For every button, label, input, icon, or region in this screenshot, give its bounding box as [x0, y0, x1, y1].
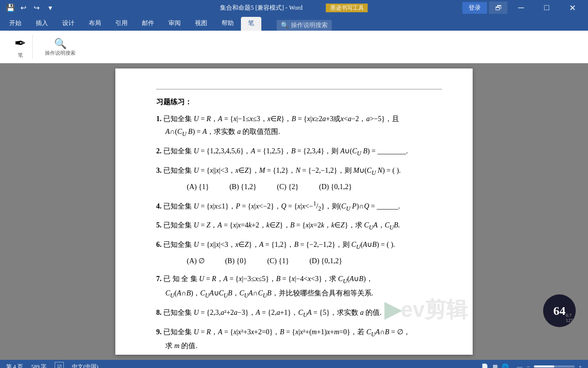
tab-shengyue[interactable]: 审阅 [161, 17, 188, 31]
print-layout-icon[interactable]: ▦ [493, 363, 498, 369]
save-button[interactable]: 💾 [4, 2, 16, 14]
quick-access-toolbar: 💾 ↩ ↪ ▾ [4, 2, 56, 14]
language: 中文(中国) [72, 363, 98, 369]
section-title: 习题练习： [156, 96, 442, 108]
read-view-icon[interactable]: 📄 [481, 363, 488, 369]
status-right: 📄 ▦ 🌐 — − + [481, 363, 582, 369]
tab-buju[interactable]: 布局 [82, 17, 108, 31]
tab-bi[interactable]: 笔 [241, 17, 261, 31]
ribbon-ink-tools: ✒ 笔 🔍 操作说明搜索 [8, 35, 82, 59]
spelling-icon[interactable]: ☑ [55, 362, 64, 368]
problem-1: 1. 已知全集 U = R，A = {x|−1≤x≤3，x∈R}，B = {x|… [156, 112, 442, 140]
search-box[interactable]: 🔍 操作说明搜索 [277, 20, 332, 31]
page-top-border [156, 89, 442, 89]
float-overlay: 64 0.7127 [543, 294, 576, 327]
login-button[interactable]: 登录 [462, 2, 487, 14]
problem-3: 3. 已知全集 U = {x||x|<3，x∈Z}，M = {1,2}，N = … [156, 164, 442, 193]
word-count: 589 字 [31, 363, 46, 369]
zoom-in-btn[interactable]: + [579, 363, 582, 368]
problem-2: 2. 已知全集 U = {1,2,3,4,5,6}，A = {1,2,5}，B … [156, 145, 442, 159]
ribbon-tab-bar: 开始 插入 设计 布局 引用 邮件 审阅 视图 帮助 笔 🔍 操作说明搜索 [0, 15, 588, 31]
title-bar-controls: 登录 🗗 ─ □ ✕ [462, 0, 584, 15]
title-bar-left: 💾 ↩ ↪ ▾ [4, 2, 56, 14]
undo-button[interactable]: ↩ [17, 2, 30, 14]
page-count: 第 4 页 [6, 363, 23, 369]
float-number: 64 [553, 305, 566, 317]
zoom-separator: — [517, 363, 523, 368]
ribbon-group-search: 🔍 操作说明搜索 [39, 37, 82, 57]
tab-bangzhu[interactable]: 帮助 [214, 17, 241, 31]
float-sub: 0.7127 [566, 313, 573, 323]
problem-10: 10. 已知全集 U = {x|x是小于20的质数}，B∩CUA = {2,3}… [156, 358, 442, 360]
tab-kaishi[interactable]: 开始 [2, 17, 29, 31]
problem-6: 6. 已知全集 U = {x||x|<3，x∈Z}，A = {1,2}，B = … [156, 238, 442, 267]
problem-4: 4. 已知全集 U = {x|x≤1}，P = {x|x<−2}，Q = {x|… [156, 198, 442, 214]
minimize-button[interactable]: ─ [509, 0, 533, 15]
document-page: 习题练习： 1. 已知全集 U = R，A = {x|−1≤x≤3，x∈R}，B… [115, 68, 473, 355]
search-ribbon-label: 操作说明搜索 [45, 50, 76, 57]
float-circle: 64 0.7127 [543, 294, 576, 327]
document-container[interactable]: 习题练习： 1. 已知全集 U = R，A = {x|−1≤x≤3，x∈R}，B… [0, 63, 588, 360]
zoom-out-btn[interactable]: − [527, 363, 530, 368]
pen-label: 笔 [18, 52, 23, 59]
web-layout-icon[interactable]: 🌐 [502, 363, 509, 369]
title-bar-center: 集合和命题5 [兼容模式] - Word 墨迹书写工具 [220, 4, 368, 12]
tab-charu[interactable]: 插入 [29, 17, 55, 31]
title-bar: 💾 ↩ ↪ ▾ 集合和命题5 [兼容模式] - Word 墨迹书写工具 登录 🗗… [0, 0, 588, 15]
problem-9: 9. 已知全集 U = R，A = {x|x²+3x+2=0}，B = {x|x… [156, 326, 442, 353]
ink-tools-label: 墨迹书写工具 [326, 4, 368, 12]
tab-yinyong[interactable]: 引用 [108, 17, 135, 31]
problem-5: 5. 已知全集 U = Z，A = {x|x=4k+2，k∈Z}，B = {x|… [156, 219, 442, 233]
zoom-fill [534, 365, 554, 367]
quick-access-dropdown[interactable]: ▾ [44, 2, 56, 14]
tab-sheji[interactable]: 设计 [55, 17, 82, 31]
maximize-button[interactable]: □ [535, 0, 558, 15]
pen-icon: ✒ [14, 35, 26, 52]
search-label: 操作说明搜索 [291, 21, 328, 30]
search-ribbon-icon: 🔍 [54, 37, 67, 50]
tab-youjian[interactable]: 邮件 [135, 17, 161, 31]
redo-button[interactable]: ↪ [31, 2, 43, 14]
document-title: 集合和命题5 [兼容模式] - Word [220, 4, 302, 12]
status-bar: 第 4 页 589 字 ☑ 中文(中国) 📄 ▦ 🌐 — − + [0, 360, 588, 368]
ribbon-group-pen: ✒ 笔 [8, 35, 33, 59]
search-icon: 🔍 [281, 21, 289, 30]
problem-7: 7. 已 知 全 集 U = R，A = {x|−3≤x≤5}，B = {x|−… [156, 272, 442, 301]
restore-window-button[interactable]: 🗗 [489, 2, 507, 14]
problem-8: 8. 已知全集 U = {2,3,a²+2a−3}，A = {2,a+1}，CU… [156, 306, 442, 320]
close-button[interactable]: ✕ [560, 0, 584, 15]
ribbon-content: ✒ 笔 🔍 操作说明搜索 [0, 31, 588, 63]
zoom-slider[interactable] [534, 365, 575, 367]
tab-shitu[interactable]: 视图 [188, 17, 214, 31]
